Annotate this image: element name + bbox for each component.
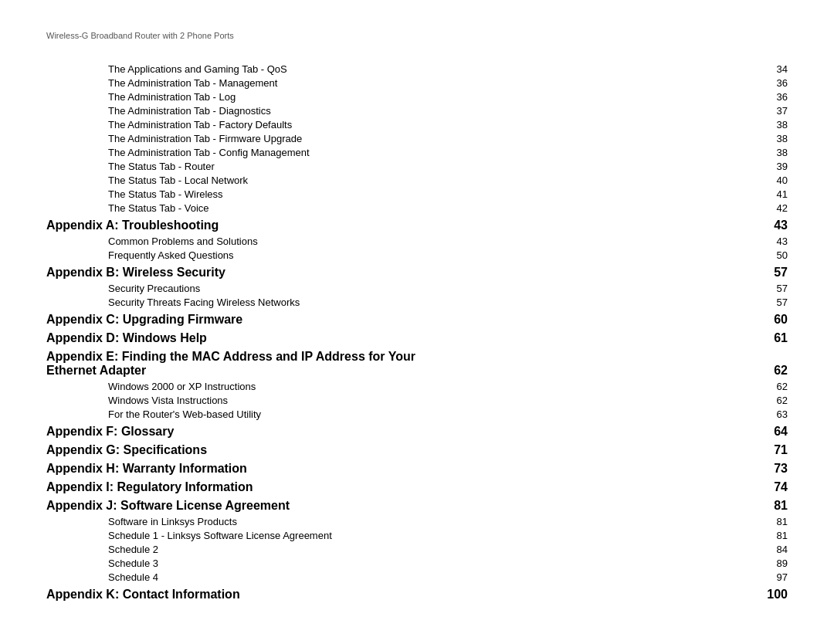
entry-text-0: The Applications and Gaming Tab - QoS	[108, 63, 757, 75]
entry-page-19: 62	[757, 364, 788, 378]
toc-entry-22: For the Router's Web-based Utility63	[46, 408, 788, 420]
entry-page-20: 62	[757, 381, 788, 392]
entry-page-18: 61	[757, 331, 788, 345]
entry-page-12: 43	[757, 236, 788, 247]
entry-page-14: 57	[757, 266, 788, 280]
toc-entry-16: Security Threats Facing Wireless Network…	[46, 297, 788, 308]
toc-entry-12: Common Problems and Solutions43	[46, 236, 788, 247]
entry-page-15: 57	[757, 283, 788, 294]
toc-entry-4: The Administration Tab - Factory Default…	[46, 119, 788, 130]
entry-page-0: 34	[757, 63, 788, 75]
toc-entry-10: The Status Tab - Voice42	[46, 202, 788, 214]
toc-entry-5: The Administration Tab - Firmware Upgrad…	[46, 133, 788, 144]
entry-page-23: 64	[757, 425, 788, 439]
toc-entry-2: The Administration Tab - Log36	[46, 91, 788, 103]
entry-text-11: Appendix A: Troubleshooting	[46, 219, 757, 232]
entry-text-15: Security Precautions	[108, 283, 757, 294]
entry-page-24: 71	[757, 443, 788, 457]
entry-text-7: The Status Tab - Router	[108, 161, 757, 172]
entry-text-13: Frequently Asked Questions	[108, 249, 757, 261]
entry-page-4: 38	[757, 119, 788, 130]
toc-entry-27: Appendix J: Software License Agreement81	[46, 499, 788, 513]
entry-text-19-line1: Appendix E: Finding the MAC Address and …	[46, 350, 788, 364]
toc-entry-31: Schedule 389	[46, 558, 788, 569]
toc-entry-21: Windows Vista Instructions62	[46, 395, 788, 406]
entry-text-28: Software in Linksys Products	[108, 516, 757, 527]
toc-entry-11: Appendix A: Troubleshooting43	[46, 219, 788, 232]
toc-container: The Applications and Gaming Tab - QoS34T…	[46, 63, 788, 602]
toc-entry-9: The Status Tab - Wireless41	[46, 188, 788, 200]
toc-entry-0: The Applications and Gaming Tab - QoS34	[46, 63, 788, 75]
entry-text-30: Schedule 2	[108, 544, 757, 555]
toc-entry-17: Appendix C: Upgrading Firmware60	[46, 313, 788, 327]
entry-page-7: 39	[757, 161, 788, 172]
entry-text-31: Schedule 3	[108, 558, 757, 569]
entry-text-5: The Administration Tab - Firmware Upgrad…	[108, 133, 757, 144]
entry-page-25: 73	[757, 462, 788, 476]
toc-entry-13: Frequently Asked Questions50	[46, 249, 788, 261]
entry-text-32: Schedule 4	[108, 571, 757, 583]
entry-text-20: Windows 2000 or XP Instructions	[108, 381, 757, 392]
toc-entry-7: The Status Tab - Router39	[46, 161, 788, 172]
entry-page-13: 50	[757, 249, 788, 261]
entry-page-5: 38	[757, 133, 788, 144]
entry-text-2: The Administration Tab - Log	[108, 91, 757, 103]
entry-page-10: 42	[757, 202, 788, 214]
entry-text-10: The Status Tab - Voice	[108, 202, 757, 214]
entry-page-32: 97	[757, 571, 788, 583]
entry-text-17: Appendix C: Upgrading Firmware	[46, 313, 757, 327]
header-label: Wireless-G Broadband Router with 2 Phone…	[46, 31, 788, 40]
toc-entry-20: Windows 2000 or XP Instructions62	[46, 381, 788, 392]
entry-text-21: Windows Vista Instructions	[108, 395, 757, 406]
entry-page-27: 81	[757, 499, 788, 513]
toc-entry-18: Appendix D: Windows Help61	[46, 331, 788, 345]
entry-text-22: For the Router's Web-based Utility	[108, 408, 757, 420]
toc-entry-1: The Administration Tab - Management36	[46, 77, 788, 89]
toc-entry-15: Security Precautions57	[46, 283, 788, 294]
entry-text-6: The Administration Tab - Config Manageme…	[108, 147, 757, 158]
toc-entry-23: Appendix F: Glossary64	[46, 425, 788, 439]
toc-entry-30: Schedule 284	[46, 544, 788, 555]
entry-text-1: The Administration Tab - Management	[108, 77, 757, 89]
entry-page-28: 81	[757, 516, 788, 527]
entry-page-29: 81	[757, 530, 788, 541]
toc-entry-32: Schedule 497	[46, 571, 788, 583]
entry-page-2: 36	[757, 91, 788, 103]
toc-entry-6: The Administration Tab - Config Manageme…	[46, 147, 788, 158]
toc-entry-33: Appendix K: Contact Information100	[46, 588, 788, 602]
entry-page-33: 100	[757, 588, 788, 602]
entry-page-31: 89	[757, 558, 788, 569]
toc-entry-main-multiline-19: Appendix E: Finding the MAC Address and …	[46, 350, 788, 378]
entry-page-8: 40	[757, 175, 788, 186]
entry-text-4: The Administration Tab - Factory Default…	[108, 119, 757, 130]
entry-text-29: Schedule 1 - Linksys Software License Ag…	[108, 530, 757, 541]
entry-page-11: 43	[757, 219, 788, 232]
toc-entry-26: Appendix I: Regulatory Information74	[46, 480, 788, 494]
entry-text-26: Appendix I: Regulatory Information	[46, 480, 757, 494]
toc-entry-28: Software in Linksys Products81	[46, 516, 788, 527]
toc-entry-29: Schedule 1 - Linksys Software License Ag…	[46, 530, 788, 541]
entry-text-16: Security Threats Facing Wireless Network…	[108, 297, 757, 308]
entry-page-22: 63	[757, 408, 788, 420]
entry-page-30: 84	[757, 544, 788, 555]
entry-page-1: 36	[757, 77, 788, 89]
entry-text-14: Appendix B: Wireless Security	[46, 266, 757, 280]
entry-page-17: 60	[757, 313, 788, 327]
toc-entry-8: The Status Tab - Local Network40	[46, 175, 788, 186]
entry-page-3: 37	[757, 105, 788, 117]
entry-page-16: 57	[757, 297, 788, 308]
entry-page-9: 41	[757, 188, 788, 200]
entry-text-8: The Status Tab - Local Network	[108, 175, 757, 186]
entry-page-26: 74	[757, 480, 788, 494]
entry-text-19-line2: Ethernet Adapter	[46, 364, 146, 378]
entry-text-3: The Administration Tab - Diagnostics	[108, 105, 757, 117]
entry-text-33: Appendix K: Contact Information	[46, 588, 757, 602]
entry-text-24: Appendix G: Specifications	[46, 443, 757, 457]
entry-text-27: Appendix J: Software License Agreement	[46, 499, 757, 513]
toc-entry-24: Appendix G: Specifications71	[46, 443, 788, 457]
toc-entry-25: Appendix H: Warranty Information73	[46, 462, 788, 476]
entry-page-21: 62	[757, 395, 788, 406]
toc-entry-14: Appendix B: Wireless Security57	[46, 266, 788, 280]
entry-text-18: Appendix D: Windows Help	[46, 331, 757, 345]
entry-text-9: The Status Tab - Wireless	[108, 188, 757, 200]
